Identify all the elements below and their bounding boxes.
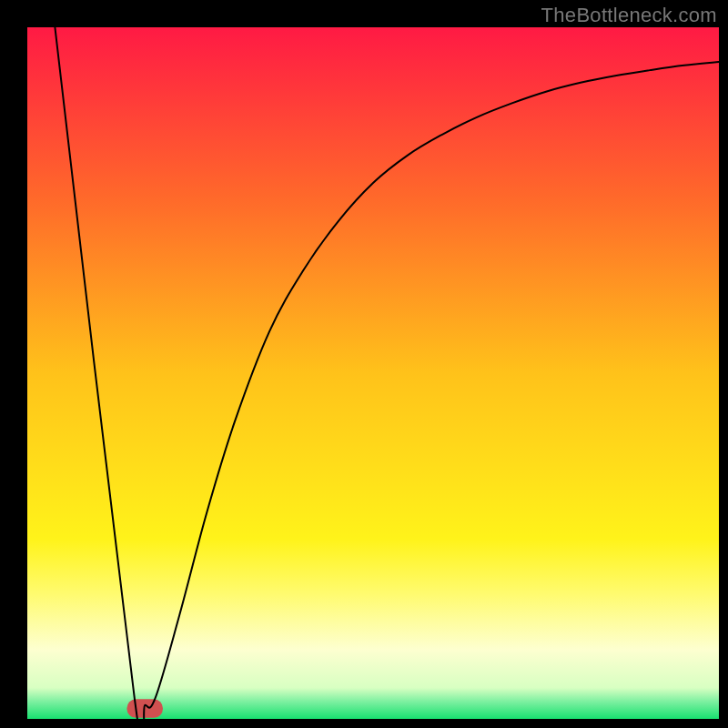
plot-area <box>27 27 719 719</box>
chart-frame: TheBottleneck.com <box>0 0 728 728</box>
gradient-background <box>27 27 719 719</box>
watermark-text: TheBottleneck.com <box>541 4 717 27</box>
plot-svg <box>27 27 719 719</box>
